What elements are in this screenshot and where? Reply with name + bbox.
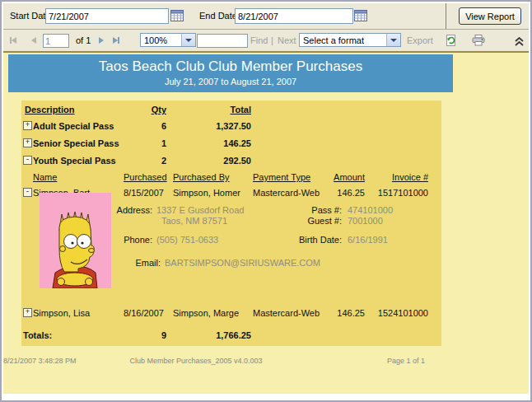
report-page: Taos Beach Club Club Member Purchases Ju…	[3, 53, 529, 394]
report-title: Taos Beach Club Club Member Purchases	[8, 58, 453, 75]
expand-icon[interactable]: +	[23, 121, 32, 130]
pass-number-label: Pass #:	[284, 205, 342, 215]
totals-total: 1,766.25	[169, 330, 251, 340]
zoom-select[interactable]: 100%	[140, 33, 196, 47]
col-invoice: Invoice #	[346, 172, 428, 182]
zoom-select-value: 100%	[144, 35, 167, 45]
print-icon[interactable]	[472, 35, 485, 49]
member-photo	[40, 193, 111, 288]
page-count-label: of 1	[76, 30, 91, 51]
start-date-calendar-icon[interactable]	[170, 9, 184, 21]
summary-header-row: Description Qty Total	[21, 105, 441, 117]
purchases-table: Description Qty Total + Adult Special Pa…	[21, 100, 441, 346]
footer-report-version: Club Member Purchases_2005 v4.0.003	[89, 357, 303, 365]
guest-number-label: Guest #:	[284, 216, 342, 226]
refresh-icon[interactable]	[446, 35, 457, 49]
collapse-icon[interactable]: -	[23, 156, 32, 165]
param-divider	[446, 3, 446, 29]
invoice-cell: 1524101000	[346, 308, 428, 318]
summary-row-adult: + Adult Special Pass 6 1,327.50	[21, 121, 441, 133]
expand-icon[interactable]: +	[23, 308, 32, 317]
purchased-cell: 8/16/2007	[124, 308, 164, 318]
total-cell: 292.50	[169, 156, 251, 166]
export-format-value: Select a format	[303, 35, 364, 45]
name-cell: Simpson, Lisa	[33, 308, 90, 318]
purchased-by-cell: Simpson, Marge	[173, 308, 239, 318]
total-cell: 146.25	[169, 138, 251, 148]
col-purchased-by: Purchased By	[173, 172, 229, 182]
birth-date-value: 6/16/1991	[348, 235, 388, 245]
end-date-input[interactable]	[235, 8, 353, 24]
find-text-input[interactable]	[197, 34, 248, 48]
detail-header-row: Name Purchased Purchased By Payment Type…	[21, 172, 441, 185]
totals-row: Totals: 9 1,766.25	[21, 330, 441, 343]
summary-row-youth: - Youth Special Pass 2 292.50	[21, 156, 441, 168]
export-link[interactable]: Export	[407, 30, 433, 51]
collapse-icon[interactable]: -	[23, 188, 32, 197]
purchased-by-cell: Simpson, Homer	[173, 188, 240, 198]
address-label: Address:	[107, 205, 152, 215]
totals-qty: 9	[100, 330, 166, 340]
collapse-parameters-chevron-icon[interactable]	[514, 35, 525, 49]
email-value: BARTSIMPSON@SIRIUSWARE.COM	[165, 258, 320, 268]
col-total: Total	[169, 105, 251, 115]
export-format-select[interactable]: Select a format	[299, 33, 401, 47]
totals-label: Totals:	[23, 330, 52, 340]
first-page-icon[interactable]	[10, 30, 16, 51]
footer-timestamp: 8/21/2007 3:48:28 PM	[3, 357, 77, 365]
phone-value: (505) 751-0633	[156, 235, 218, 245]
format-dropdown-arrow-icon[interactable]	[386, 34, 400, 46]
next-page-icon[interactable]	[99, 30, 104, 51]
expand-icon[interactable]: +	[23, 138, 32, 147]
end-date-label: End Date	[199, 11, 237, 21]
zoom-dropdown-arrow-icon[interactable]	[181, 34, 195, 46]
last-page-icon[interactable]	[113, 30, 119, 51]
detail-row-lisa: + Simpson, Lisa 8/16/2007 Simpson, Marge…	[21, 308, 441, 320]
total-cell: 1,327.50	[169, 121, 251, 131]
report-viewer-window: Start Date End Date View Report of 1 100…	[0, 0, 532, 402]
col-qty: Qty	[100, 105, 166, 115]
start-date-input[interactable]	[45, 8, 169, 24]
previous-page-icon[interactable]	[31, 30, 36, 51]
address-line2: Taos, NM 87571	[161, 216, 227, 226]
parameter-bar: Start Date End Date View Report	[3, 3, 529, 29]
col-description: Description	[25, 105, 75, 115]
qty-cell: 1	[100, 138, 166, 148]
report-toolbar: of 1 100% Find | Next Select a format Ex…	[3, 30, 529, 51]
view-report-button[interactable]: View Report	[459, 7, 521, 25]
next-link[interactable]: Next	[278, 30, 296, 51]
birth-date-label: Birth Date:	[284, 235, 342, 245]
qty-cell: 6	[100, 121, 166, 131]
pass-number-value: 474101000	[348, 205, 393, 215]
find-next-separator: |	[271, 30, 273, 51]
email-label: Email:	[115, 258, 161, 268]
phone-label: Phone:	[107, 235, 152, 245]
end-date-calendar-icon[interactable]	[354, 9, 367, 21]
qty-cell: 2	[100, 156, 166, 166]
summary-row-senior: + Senior Special Pass 1 146.25	[21, 138, 441, 151]
find-link[interactable]: Find	[250, 30, 268, 51]
guest-number-value: 7001000	[348, 216, 383, 226]
report-subtitle: July 21, 2007 to August 21, 2007	[8, 77, 453, 86]
col-purchased: Purchased	[124, 172, 167, 182]
invoice-cell: 1517101000	[346, 188, 428, 198]
footer-page-number: Page 1 of 1	[372, 357, 425, 365]
purchased-cell: 8/15/2007	[124, 188, 164, 198]
address-line1: 1337 E Gusdorf Road	[156, 205, 244, 215]
page-number-input[interactable]	[43, 34, 69, 48]
report-title-band: Taos Beach Club Club Member Purchases Ju…	[8, 54, 453, 92]
col-name: Name	[33, 172, 57, 182]
